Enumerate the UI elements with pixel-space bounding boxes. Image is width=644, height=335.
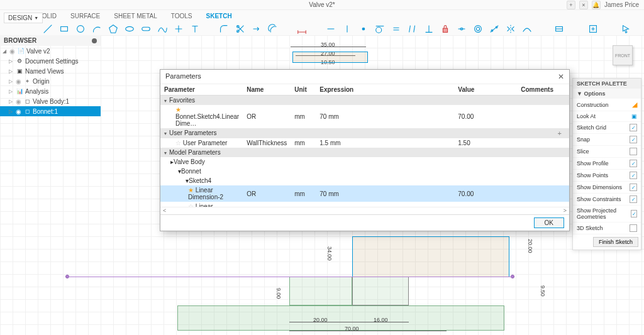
dialog-titlebar[interactable]: Parameters ✕: [160, 70, 569, 84]
collinear-constraint[interactable]: [487, 21, 502, 36]
palette-row-show-points[interactable]: Show Points: [573, 170, 641, 182]
viewcube[interactable]: FRONT: [610, 43, 635, 68]
perpendicular-constraint[interactable]: [421, 21, 436, 36]
checkbox[interactable]: [630, 136, 637, 143]
fix-constraint[interactable]: [438, 21, 453, 36]
col-parameter[interactable]: Parameter: [160, 84, 243, 96]
dim-9[interactable]: 9.00: [275, 288, 282, 299]
col-value[interactable]: Value: [454, 84, 517, 96]
ok-button[interactable]: OK: [534, 217, 564, 228]
tangent-constraint[interactable]: [372, 21, 387, 36]
checkbox[interactable]: [630, 184, 637, 191]
palette-finish-button[interactable]: Finish Sketch: [593, 237, 638, 247]
tab-sheetmetal[interactable]: SHEET METAL: [114, 13, 157, 19]
palette-row-construction[interactable]: Construction◢: [573, 99, 641, 111]
sketch-profile-4[interactable]: [289, 277, 352, 305]
curvature-constraint[interactable]: [519, 21, 535, 36]
workspace-combo[interactable]: DESIGN▼: [4, 13, 43, 23]
text-tool[interactable]: [187, 21, 203, 36]
param-row[interactable]: ★ Bonnet.Sketch4.Linear Dime…ORmm70 mm70…: [160, 105, 569, 128]
browser-bonnet[interactable]: ▷◉◻Bonnet:1: [0, 106, 101, 116]
palette-row-look-at[interactable]: Look At▣: [573, 111, 641, 122]
offset-tool[interactable]: [265, 21, 280, 36]
horizontal-constraint[interactable]: [323, 21, 338, 36]
ellipse-tool[interactable]: [122, 21, 137, 36]
sketch-profile-2[interactable]: [352, 236, 509, 277]
user-name[interactable]: James Price: [604, 1, 639, 8]
palette-row-show-projected-geometries[interactable]: Show Projected Geometries: [573, 206, 641, 222]
checkbox[interactable]: [630, 148, 637, 155]
extend-tool[interactable]: [249, 21, 264, 36]
palette-row-show-constraints[interactable]: Show Constraints: [573, 194, 641, 206]
palette-row-sketch-grid[interactable]: Sketch Grid: [573, 122, 641, 134]
rectangle-tool[interactable]: [57, 21, 72, 36]
browser-root[interactable]: ◢◉📄Valve v2: [0, 46, 101, 56]
browser-valvebody[interactable]: ▷◉◻Valve Body:1: [0, 96, 101, 106]
section-user-parameters[interactable]: ▾User Parameters+: [160, 128, 569, 138]
param-row[interactable]: ★ Linear Dimension-2ORmm70 mm70.00: [160, 185, 569, 202]
equal-constraint[interactable]: [389, 21, 404, 36]
palette-row-3d-sketch[interactable]: 3D Sketch: [573, 222, 641, 234]
sketch-profile-5[interactable]: [352, 277, 409, 305]
browser-namedviews[interactable]: ▷▣Named Views: [0, 66, 101, 76]
trim-tool[interactable]: [233, 21, 248, 36]
section-favorites[interactable]: ▾Favorites: [160, 96, 569, 106]
dim-95[interactable]: 9.50: [540, 285, 546, 297]
symmetry-constraint[interactable]: [503, 21, 518, 36]
sketch-profile-3[interactable]: [177, 305, 504, 331]
col-name[interactable]: Name: [243, 84, 291, 96]
concentric-constraint[interactable]: [470, 21, 486, 36]
viewcube-face[interactable]: FRONT: [613, 45, 633, 65]
checkbox[interactable]: [630, 224, 637, 232]
tab-sketch[interactable]: SKETCH: [206, 13, 232, 19]
palette-row-slice[interactable]: Slice: [573, 146, 641, 158]
polygon-tool[interactable]: [106, 21, 121, 36]
dialog-hscroll[interactable]: <>: [160, 207, 569, 214]
slot-tool[interactable]: [138, 21, 153, 36]
param-row[interactable]: ☆ User ParameterWallThicknessmm1.5 mm1.5…: [160, 138, 569, 148]
section-model-parameters[interactable]: ▾Model Parameters: [160, 148, 569, 157]
spline-tool[interactable]: [155, 21, 170, 36]
checkbox[interactable]: [630, 160, 637, 167]
window-btn-1[interactable]: +: [567, 1, 575, 9]
col-expression[interactable]: Expression: [316, 84, 454, 96]
midpoint-constraint[interactable]: [454, 21, 469, 36]
browser-docsettings[interactable]: ▷⚙Document Settings: [0, 56, 101, 66]
tab-surface[interactable]: SURFACE: [70, 13, 100, 19]
tab-tools[interactable]: TOOLS: [171, 13, 192, 19]
close-icon[interactable]: ✕: [558, 72, 564, 81]
checkbox[interactable]: [630, 195, 637, 203]
insert-tool[interactable]: [586, 21, 601, 36]
browser-header[interactable]: BROWSER: [0, 35, 101, 46]
inspect-tool[interactable]: [552, 21, 567, 36]
coincident-constraint[interactable]: [356, 21, 371, 36]
notification-icon[interactable]: 🔔: [592, 1, 601, 9]
sketch-profile[interactable]: [292, 52, 368, 63]
window-btn-2[interactable]: ×: [579, 1, 588, 9]
col-unit[interactable]: Unit: [291, 84, 316, 96]
browser-analysis[interactable]: ▷📊Analysis: [0, 86, 101, 96]
checkbox[interactable]: [630, 124, 637, 131]
browser-origin[interactable]: ▷◉⌖Origin: [0, 76, 101, 86]
line-tool[interactable]: [40, 21, 55, 36]
parallel-constraint[interactable]: [405, 21, 420, 36]
palette-options-hdr[interactable]: ▼ Options: [573, 89, 641, 99]
construction-line[interactable]: [67, 277, 513, 277]
palette-title[interactable]: SKETCH PALETTE: [573, 79, 641, 89]
dim-34[interactable]: 34.00: [326, 246, 333, 261]
palette-row-show-profile[interactable]: Show Profile: [573, 158, 641, 170]
palette-row-snap[interactable]: Snap: [573, 134, 641, 146]
dim-20r[interactable]: 20.00: [527, 239, 533, 253]
checkbox[interactable]: [630, 172, 637, 179]
tree-bonnet[interactable]: ▾Bonnet: [160, 167, 569, 176]
tree-valve-body[interactable]: ▸Valve Body: [160, 157, 569, 167]
fillet-tool[interactable]: [216, 21, 231, 36]
point-tool[interactable]: [171, 21, 186, 36]
select-tool[interactable]: [618, 21, 633, 36]
palette-row-show-dimensions[interactable]: Show Dimensions: [573, 182, 641, 194]
checkbox[interactable]: [631, 210, 637, 217]
vertical-constraint[interactable]: [340, 21, 355, 36]
tree-sketch4[interactable]: ▾Sketch4: [160, 176, 569, 185]
param-row[interactable]: ☆ Linear Dimension-3d596mm9 mm9.00: [160, 202, 569, 207]
col-comments[interactable]: Comments: [517, 84, 569, 96]
